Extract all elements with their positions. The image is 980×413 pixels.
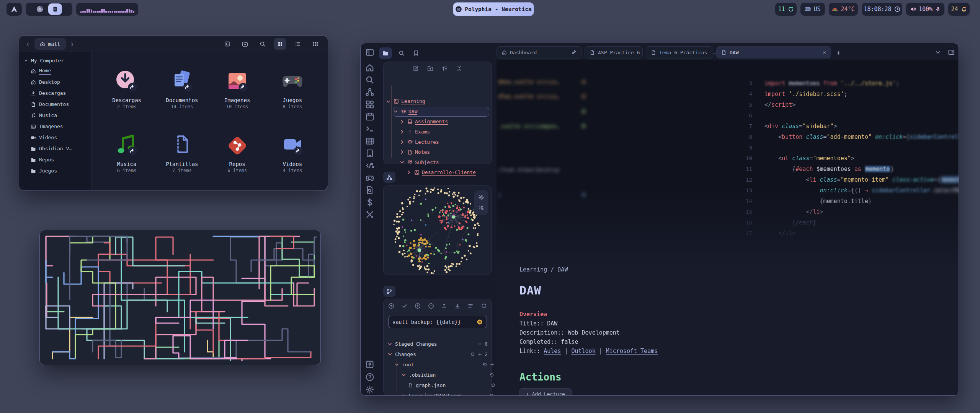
- git-change-row[interactable]: root: [394, 359, 495, 369]
- arch-launcher-button[interactable]: [6, 2, 22, 16]
- grid-view-button[interactable]: [274, 38, 286, 50]
- search-ribbon-icon[interactable]: [365, 75, 374, 85]
- tab-dashboard[interactable]: Dashboard: [497, 46, 581, 59]
- graph-view-tab[interactable]: [383, 172, 395, 183]
- new-folder-button[interactable]: [239, 38, 251, 50]
- tablet-ribbon-icon[interactable]: [365, 149, 374, 158]
- link-outlook[interactable]: Outlook: [571, 348, 595, 354]
- media-widget[interactable]: Polyphia - Neurotica: [453, 2, 534, 16]
- commit-icon[interactable]: [402, 303, 408, 309]
- new-tab-button[interactable]: +: [836, 49, 841, 57]
- pull-icon[interactable]: [454, 303, 461, 309]
- tree-item[interactable]: Assignments: [400, 117, 489, 127]
- commit-push-icon[interactable]: [388, 303, 394, 309]
- sidebar-item[interactable]: Desktop: [19, 76, 91, 88]
- firefox-icon[interactable]: [36, 5, 44, 13]
- sidebar-item[interactable]: Documentos: [19, 99, 91, 110]
- folder-tile[interactable]: Juegos 8 items: [265, 57, 320, 121]
- sidebar-item[interactable]: Obsidian V…: [19, 143, 91, 154]
- graph-ribbon-icon[interactable]: [365, 88, 374, 97]
- gamepad-ribbon-icon[interactable]: [365, 173, 374, 182]
- folder-tile[interactable]: Repos 6 items: [210, 121, 265, 185]
- back-button[interactable]: ❮: [24, 41, 31, 47]
- file-search-ribbon-icon[interactable]: [365, 185, 374, 195]
- audio-widget[interactable]: 100%: [906, 2, 945, 16]
- toggle-left-sidebar-icon[interactable]: [365, 48, 374, 57]
- toggle-right-sidebar-icon[interactable]: [948, 49, 955, 56]
- git-change-row[interactable]: Staged Changes0: [387, 339, 488, 349]
- git-change-row[interactable]: Learning/DAW/Exams: [401, 390, 501, 396]
- tab-daw[interactable]: DAW ×: [716, 46, 831, 59]
- folder-tile[interactable]: Descargas 2 items: [99, 57, 154, 121]
- table-ribbon-icon[interactable]: [365, 137, 374, 146]
- list-view-button[interactable]: [292, 38, 304, 50]
- canvas-ribbon-icon[interactable]: [365, 100, 374, 109]
- notifications-widget[interactable]: 24: [948, 2, 970, 16]
- folder-tile[interactable]: Videos 4 items: [265, 121, 320, 185]
- sort-icon[interactable]: [442, 65, 448, 72]
- terminal-ribbon-icon[interactable]: [365, 124, 374, 133]
- compact-view-button[interactable]: [309, 38, 322, 50]
- clear-message-icon[interactable]: [477, 319, 483, 325]
- close-tab-icon[interactable]: ×: [823, 49, 826, 55]
- collapse-all-icon[interactable]: [456, 65, 462, 72]
- updates-widget[interactable]: 11: [775, 2, 797, 16]
- tab-asp-practice[interactable]: ASP Practice 6: [585, 46, 643, 59]
- sidebar-item[interactable]: Imagenes: [19, 121, 91, 132]
- sidebar-item[interactable]: Repos: [19, 154, 91, 165]
- sidebar-item[interactable]: Juegos: [19, 165, 91, 176]
- tree-item[interactable]: DAW: [393, 107, 489, 117]
- tree-item[interactable]: Desarrollo-Cliente: [407, 167, 489, 177]
- git-change-row[interactable]: graph.jsonM: [408, 380, 508, 390]
- sidebar-item[interactable]: Musica: [19, 110, 91, 121]
- search-tab-chip[interactable]: [395, 47, 408, 59]
- unstage-all-icon[interactable]: [428, 303, 434, 309]
- sidebar-item[interactable]: Videos: [19, 132, 91, 143]
- settings-icon[interactable]: [365, 385, 374, 394]
- graph-settings-icon[interactable]: [478, 194, 484, 200]
- tree-item[interactable]: Lectures: [400, 137, 489, 147]
- templater-ribbon-icon[interactable]: [365, 161, 374, 170]
- tree-item[interactable]: Subjects: [400, 157, 489, 167]
- tree-item[interactable]: !Exams: [400, 127, 489, 137]
- currency-ribbon-icon[interactable]: [365, 198, 374, 207]
- keyboard-layout-widget[interactable]: US: [800, 2, 825, 16]
- tools-ribbon-icon[interactable]: [365, 210, 374, 219]
- add-lecture-button[interactable]: + Add Lecture: [519, 388, 572, 396]
- folder-tile[interactable]: Documentos 14 items: [154, 57, 209, 121]
- stage-all-icon[interactable]: [415, 303, 421, 309]
- weather-widget[interactable]: 24°C: [828, 2, 858, 16]
- folder-tile[interactable]: Imagenes 10 items: [210, 57, 265, 121]
- git-change-row[interactable]: .obsidian: [401, 370, 501, 380]
- new-note-icon[interactable]: [413, 65, 419, 72]
- bookmarks-tab-chip[interactable]: [410, 47, 423, 59]
- active-app-chip[interactable]: [48, 3, 62, 15]
- new-folder-icon[interactable]: [427, 65, 433, 72]
- git-tab[interactable]: [383, 286, 395, 297]
- search-button[interactable]: [256, 38, 269, 50]
- git-change-row[interactable]: Changes2: [387, 349, 488, 359]
- open-terminal-button[interactable]: [221, 38, 234, 50]
- home-ribbon-icon[interactable]: [365, 63, 374, 72]
- tree-item[interactable]: Notes: [400, 147, 489, 157]
- tab-list-chevron-icon[interactable]: [935, 49, 941, 55]
- tree-item[interactable]: Learning: [386, 96, 489, 106]
- tab-tema-practicas[interactable]: Tema 6 Prácticas -…: [646, 46, 713, 59]
- sidebar-item[interactable]: Descargas: [19, 88, 91, 99]
- sidebar-item[interactable]: Home: [19, 65, 91, 76]
- graph-wand-icon[interactable]: [478, 205, 484, 211]
- note-breadcrumb[interactable]: Learning / DAW: [519, 266, 947, 273]
- breadcrumb[interactable]: matt: [34, 38, 66, 50]
- link-teams[interactable]: Microsoft Teams: [606, 348, 658, 354]
- files-tab-chip[interactable]: [379, 47, 392, 59]
- app-switcher[interactable]: [25, 2, 73, 16]
- help-icon[interactable]: [365, 372, 374, 382]
- folder-tile[interactable]: Plantillas 7 items: [154, 121, 209, 185]
- push-icon[interactable]: [441, 303, 447, 309]
- calendar-ribbon-icon[interactable]: [365, 112, 374, 121]
- clock-widget[interactable]: 18:08:28: [861, 2, 903, 16]
- vault-switcher-icon[interactable]: [365, 360, 374, 369]
- refresh-icon[interactable]: [481, 303, 487, 309]
- sidebar-root[interactable]: My Computer: [19, 56, 91, 65]
- commit-message-input[interactable]: vault backup: {{date}}: [388, 316, 487, 328]
